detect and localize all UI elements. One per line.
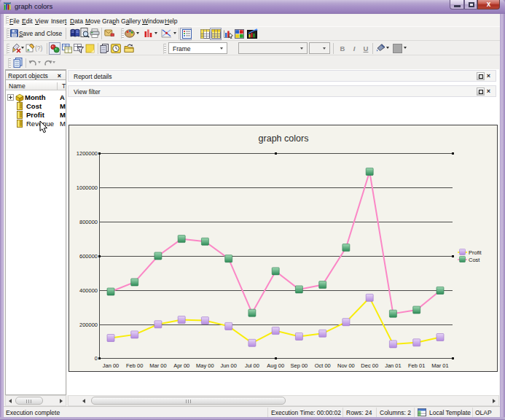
svg-text:Aug 00: Aug 00: [267, 362, 284, 369]
svg-text:Mar 01: Mar 01: [431, 362, 448, 369]
svg-text:Jul 00: Jul 00: [245, 362, 259, 369]
svg-text:Oct 00: Oct 00: [315, 362, 331, 369]
svg-text:Jan 01: Jan 01: [385, 362, 402, 369]
svg-text:Jun 00: Jun 00: [220, 362, 237, 369]
svg-text:graph colors: graph colors: [259, 133, 309, 144]
svg-text:Feb 01: Feb 01: [408, 362, 425, 369]
svg-text:200000: 200000: [79, 322, 98, 328]
svg-text:Apr 00: Apr 00: [173, 362, 189, 369]
svg-text:800000: 800000: [79, 219, 98, 225]
svg-text:Profit: Profit: [469, 249, 482, 256]
svg-text:Feb 00: Feb 00: [126, 362, 143, 369]
svg-text:Mar 00: Mar 00: [149, 362, 166, 369]
svg-text:600000: 600000: [79, 253, 98, 260]
svg-text:Sep 00: Sep 00: [291, 362, 308, 369]
svg-text:1000000: 1000000: [77, 184, 98, 191]
svg-text:1200000: 1200000: [77, 150, 98, 157]
svg-text:400000: 400000: [79, 287, 98, 294]
svg-text:Cost: Cost: [469, 257, 480, 263]
svg-text:Dec 00: Dec 00: [361, 362, 378, 369]
svg-text:May 00: May 00: [196, 362, 214, 369]
svg-text:0: 0: [95, 355, 98, 362]
svg-text:Jan 00: Jan 00: [103, 362, 120, 369]
svg-text:Nov 00: Nov 00: [337, 362, 355, 369]
